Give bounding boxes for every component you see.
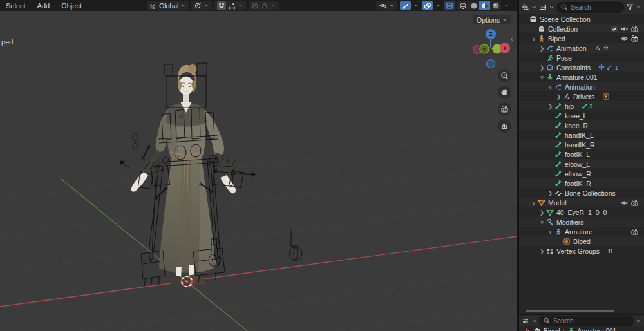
expander-open-icon[interactable]: ∨ — [547, 84, 554, 90]
expander-closed-icon[interactable]: ❯ — [538, 45, 545, 52]
proportional-edit-toggle[interactable] — [251, 2, 259, 10]
falloff-curve-icon[interactable] — [261, 2, 269, 10]
transform-orientation-dropdown[interactable]: Global — [147, 1, 189, 10]
armature-data-icon — [567, 327, 575, 331]
checkbox-checked-icon[interactable] — [611, 25, 618, 33]
snap-settings-dropdown[interactable] — [191, 1, 212, 10]
expander-closed-icon[interactable]: ❯ — [538, 248, 545, 254]
editor-type-dropdown[interactable] — [531, 5, 537, 10]
outliner-row[interactable]: ❯Animation — [519, 43, 644, 53]
expander-closed-icon[interactable]: ❯ — [538, 64, 545, 71]
snap-target-icon[interactable] — [228, 2, 236, 10]
3d-viewport[interactable]: Select Add Object Global — [0, 0, 517, 331]
outliner-row[interactable]: ∨Model — [519, 198, 644, 207]
filter-icon[interactable] — [626, 3, 634, 11]
snap-magnet-toggle[interactable] — [217, 1, 226, 10]
menu-add[interactable]: Add — [32, 2, 56, 10]
horizontal-scrollbar[interactable] — [526, 310, 614, 312]
options-dropdown[interactable]: Options — [473, 15, 511, 24]
editor-type-button[interactable] — [522, 3, 529, 11]
outliner-row[interactable]: ❯hip3 — [519, 101, 644, 111]
pose-icon — [545, 54, 554, 62]
camera-view-button[interactable] — [498, 102, 511, 116]
breadcrumb-data[interactable]: Armature.001 — [578, 328, 617, 331]
outliner-row[interactable]: ∨Armature — [519, 227, 644, 236]
menu-object[interactable]: Object — [55, 2, 88, 10]
properties-search-input[interactable]: Search — [539, 316, 634, 326]
shading-material-button[interactable] — [479, 1, 490, 10]
expander-closed-icon[interactable]: ❯ — [555, 93, 562, 100]
editor-type-dropdown[interactable] — [531, 318, 537, 324]
overlays-toggle[interactable] — [422, 1, 433, 10]
outliner-row[interactable]: elbow_R — [519, 169, 644, 178]
outliner-row[interactable]: footIK_L — [519, 149, 644, 159]
bone-icon — [554, 151, 563, 158]
outliner-row[interactable]: ❯40_EyeR_1_0_0 — [519, 207, 644, 217]
pin-icon[interactable] — [523, 327, 531, 331]
outliner-row[interactable]: ∨Biped — [519, 33, 644, 43]
hide-viewport-eye-icon[interactable] — [620, 25, 629, 33]
disable-render-camera-icon[interactable] — [630, 25, 639, 33]
outliner-item-label: footIK_R — [565, 180, 591, 187]
outliner-row[interactable]: ∨Armature.001 — [519, 72, 644, 82]
count-badge: 3 — [589, 103, 592, 109]
navigation-gizmo[interactable]: Y Z X — [468, 26, 516, 72]
hide-viewport-eye-icon[interactable] — [620, 199, 629, 207]
outliner-row[interactable]: footIK_R — [519, 178, 644, 188]
outliner-row[interactable]: ❯Constraints1 — [519, 62, 644, 72]
shading-rendered-button[interactable] — [490, 1, 501, 10]
outliner-row[interactable]: handIK_L — [519, 130, 644, 140]
orthographic-toggle-button[interactable] — [498, 119, 511, 133]
disable-render-camera-icon[interactable] — [630, 228, 639, 236]
outliner-row[interactable]: knee_R — [519, 120, 644, 130]
outliner-row[interactable]: elbow_L — [519, 159, 644, 169]
armature-b-icon — [554, 228, 563, 236]
editor-type-button[interactable] — [522, 317, 529, 325]
shading-solid-button[interactable] — [468, 1, 479, 10]
overlays-dropdown[interactable] — [435, 3, 441, 8]
outliner-row[interactable]: ∨Modifiers — [519, 217, 644, 227]
pan-hand-button[interactable] — [498, 86, 511, 99]
shading-dropdown[interactable] — [504, 3, 509, 8]
shading-modes — [457, 1, 501, 10]
object-visibility-dropdown[interactable] — [376, 1, 397, 10]
xray-toggle[interactable] — [444, 1, 455, 10]
gizmos-dropdown[interactable] — [413, 3, 419, 8]
outliner-row[interactable]: Pose — [519, 53, 644, 62]
gizmo-minus-z-ball[interactable] — [487, 60, 495, 68]
expander-open-icon[interactable]: ∨ — [547, 229, 554, 235]
shading-wireframe-button[interactable] — [457, 1, 468, 10]
expander-open-icon[interactable]: ∨ — [530, 35, 537, 42]
expander-closed-icon[interactable]: ❯ — [538, 209, 545, 216]
expander-open-icon[interactable]: ∨ — [538, 219, 545, 225]
properties-header: Search — [519, 315, 644, 326]
breadcrumb-object[interactable]: Biped — [544, 328, 560, 331]
expander-closed-icon[interactable]: ❯ — [547, 190, 554, 196]
viewport-canvas[interactable] — [0, 0, 517, 331]
filter-dropdown[interactable] — [636, 5, 641, 10]
outliner-row[interactable]: ❯Bone Collections — [519, 188, 644, 198]
outliner-row[interactable]: handIK_R — [519, 140, 644, 149]
outliner-row[interactable]: Collection — [519, 24, 644, 33]
outliner-row[interactable]: ∨Animation — [519, 82, 644, 91]
expander-closed-icon[interactable]: ❯ — [547, 103, 554, 109]
outliner-item-label: elbow_L — [565, 160, 590, 168]
display-mode-dropdown[interactable] — [549, 5, 554, 10]
hide-viewport-eye-icon[interactable] — [620, 35, 629, 43]
display-mode-button[interactable] — [539, 3, 547, 11]
menu-select[interactable]: Select — [0, 2, 32, 10]
outliner-row[interactable]: knee_L — [519, 111, 644, 120]
disable-render-camera-icon[interactable] — [630, 35, 639, 43]
header-options-dropdown[interactable] — [636, 318, 641, 324]
mesh-o-icon — [537, 199, 546, 207]
expander-open-icon[interactable]: ∨ — [530, 200, 537, 206]
outliner-row[interactable]: Biped — [519, 236, 644, 246]
outliner-row[interactable]: Scene Collection — [519, 14, 644, 24]
expander-open-icon[interactable]: ∨ — [538, 74, 545, 80]
disable-render-camera-icon[interactable] — [630, 199, 639, 207]
outliner-search-input[interactable]: Search — [556, 2, 624, 13]
outliner-row[interactable]: ❯Vertex Groups — [519, 246, 644, 256]
outliner-row[interactable]: ❯Drivers — [519, 91, 644, 101]
zoom-button[interactable] — [498, 69, 511, 82]
gizmos-toggle[interactable] — [400, 1, 411, 10]
